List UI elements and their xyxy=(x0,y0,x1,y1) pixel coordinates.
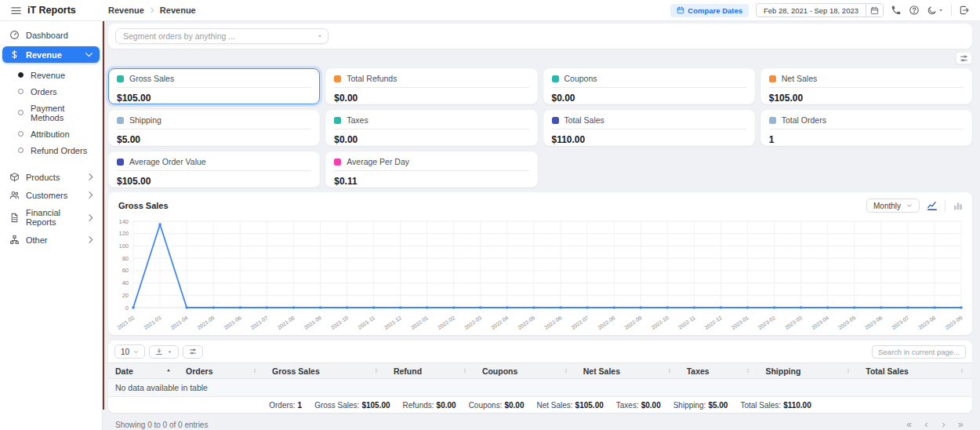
metric-card-shipping[interactable]: Shipping$5.00 xyxy=(108,110,320,146)
sidebar-item-label: Products xyxy=(26,173,60,182)
breadcrumb-item-parent[interactable]: Revenue xyxy=(108,5,144,15)
metric-card-average-per-day[interactable]: Average Per Day$0.11 xyxy=(325,151,537,188)
column-settings-button[interactable] xyxy=(183,345,203,359)
metric-value: $110.00 xyxy=(552,129,746,145)
chevron-down-icon xyxy=(133,349,139,355)
svg-text:80: 80 xyxy=(122,255,129,262)
sidebar-item-products[interactable]: Products xyxy=(0,168,102,186)
column-label: Total Sales xyxy=(866,366,909,376)
table-totals: Orders:1Gross Sales:$105.00Refunds:$0.00… xyxy=(112,401,969,410)
next-page-icon[interactable] xyxy=(940,421,947,428)
compare-dates-button[interactable]: Compare Dates xyxy=(670,4,749,17)
svg-text:2021-12: 2021-12 xyxy=(383,315,403,330)
chevron-right-icon xyxy=(85,172,96,182)
topbar-actions: Compare Dates Feb 28, 2021 - Sep 18, 202… xyxy=(670,3,980,17)
total-label: Gross Sales: xyxy=(314,401,359,410)
interval-select[interactable]: Monthly xyxy=(866,199,920,213)
menu-icon[interactable] xyxy=(10,5,22,16)
bar-chart-icon[interactable] xyxy=(953,200,964,211)
sort-icon xyxy=(745,366,751,375)
metric-card-total-sales[interactable]: Total Sales$110.00 xyxy=(543,110,755,146)
sidebar-item-revenue[interactable]: Revenue xyxy=(2,46,100,63)
sidebar-subitem-orders[interactable]: Orders xyxy=(0,83,102,100)
svg-text:140: 140 xyxy=(118,218,129,225)
sidebar-subitem-refund-orders[interactable]: Refund Orders xyxy=(0,142,102,159)
phone-icon[interactable] xyxy=(891,5,902,16)
metric-label: Net Sales xyxy=(782,74,818,83)
table-totals-row: Orders:1Gross Sales:$105.00Refunds:$0.00… xyxy=(108,397,972,414)
empty-message: No data available in table xyxy=(108,379,972,397)
showing-entries-text: Showing 0 to 0 of 0 entries xyxy=(115,421,208,429)
date-range-field: Feb 28, 2021 - Sep 18, 2023 xyxy=(756,3,884,17)
svg-text:2022-12: 2022-12 xyxy=(704,315,724,330)
file-icon xyxy=(9,213,20,223)
date-range-value[interactable]: Feb 28, 2021 - Sep 18, 2023 xyxy=(757,6,866,15)
page-size-select[interactable]: 10 xyxy=(114,344,145,359)
customize-metrics-button[interactable] xyxy=(956,52,972,64)
sidebar-item-label: Revenue xyxy=(26,50,62,60)
metric-card-average-order-value[interactable]: Average Order Value$105.00 xyxy=(108,151,320,188)
svg-text:100: 100 xyxy=(118,242,129,250)
total-gross-sales-: Gross Sales:$105.00 xyxy=(314,401,390,410)
metric-card-taxes[interactable]: Taxes$0.00 xyxy=(325,110,537,146)
logout-icon[interactable] xyxy=(959,5,970,16)
column-header-shipping[interactable]: Shipping xyxy=(758,363,858,379)
svg-text:2023-08: 2023-08 xyxy=(917,315,937,330)
metric-card-gross-sales[interactable]: Gross Sales$105.00 xyxy=(108,68,320,104)
sidebar-subitem-revenue[interactable]: Revenue xyxy=(0,67,102,83)
svg-text:2022-02: 2022-02 xyxy=(437,315,456,330)
sort-icon xyxy=(563,366,569,375)
metric-card-coupons[interactable]: Coupons$0.00 xyxy=(543,68,755,104)
chart-card: Gross Sales Monthly 02040608010012014020… xyxy=(108,192,972,335)
table-search-input[interactable] xyxy=(872,345,966,359)
svg-text:2022-08: 2022-08 xyxy=(597,315,616,330)
metric-color-dot-icon xyxy=(769,75,776,82)
sidebar-item-dashboard[interactable]: Dashboard xyxy=(0,26,102,44)
theme-toggle-button[interactable] xyxy=(927,5,944,16)
page-size-value: 10 xyxy=(121,348,129,356)
segment-search-input[interactable] xyxy=(115,28,328,44)
active-dot-icon xyxy=(18,72,24,78)
sidebar-subitem-label: Refund Orders xyxy=(31,146,87,155)
help-icon[interactable] xyxy=(909,5,920,16)
column-header-orders[interactable]: Orders xyxy=(179,363,265,379)
content-scrollbar[interactable] xyxy=(103,21,104,410)
total-label: Net Sales: xyxy=(536,401,572,410)
data-table: DateOrdersGross SalesRefundCouponsNet Sa… xyxy=(108,363,972,413)
last-page-icon[interactable] xyxy=(957,421,964,428)
column-header-date[interactable]: Date xyxy=(108,363,179,379)
column-header-net-sales[interactable]: Net Sales xyxy=(576,363,680,379)
column-header-refund[interactable]: Refund xyxy=(387,363,475,379)
svg-text:2022-07: 2022-07 xyxy=(570,315,590,330)
metric-card-total-orders[interactable]: Total Orders1 xyxy=(760,110,972,146)
svg-text:2021-02: 2021-02 xyxy=(116,315,136,330)
total-value: $105.00 xyxy=(361,401,390,410)
column-header-total-sales[interactable]: Total Sales xyxy=(858,363,972,379)
line-chart-icon[interactable] xyxy=(927,200,938,211)
metric-card-header: Gross Sales xyxy=(117,74,311,88)
export-button[interactable] xyxy=(149,345,179,359)
metric-card-header: Total Orders xyxy=(769,115,964,129)
sidebar-subitem-payment-methods[interactable]: Payment Methods xyxy=(0,100,102,126)
sidebar-item-customers[interactable]: Customers xyxy=(0,186,102,204)
metric-card-total-refunds[interactable]: Total Refunds$0.00 xyxy=(325,68,537,104)
sidebar-item-financial-reports[interactable]: Financial Reports xyxy=(0,204,102,231)
gauge-icon xyxy=(9,30,20,40)
metric-card-header: Shipping xyxy=(117,115,311,129)
column-label: Taxes xyxy=(687,366,710,376)
column-header-coupons[interactable]: Coupons xyxy=(475,363,576,379)
download-icon xyxy=(155,348,163,355)
metric-card-header: Average Order Value xyxy=(117,157,311,171)
previous-page-icon[interactable] xyxy=(923,421,930,428)
sidebar-subitem-attribution[interactable]: Attribution xyxy=(0,126,102,142)
column-header-taxes[interactable]: Taxes xyxy=(680,363,759,379)
table-header-row: DateOrdersGross SalesRefundCouponsNet Sa… xyxy=(108,363,972,379)
sort-icon xyxy=(666,366,673,375)
column-header-gross-sales[interactable]: Gross Sales xyxy=(265,363,387,379)
calendar-icon[interactable] xyxy=(866,4,883,16)
first-page-icon[interactable] xyxy=(906,421,913,428)
sidebar-item-other[interactable]: Other xyxy=(0,231,102,249)
moon-icon xyxy=(927,5,937,16)
chevron-down-icon xyxy=(906,202,913,209)
metric-card-net-sales[interactable]: Net Sales$105.00 xyxy=(760,68,972,104)
